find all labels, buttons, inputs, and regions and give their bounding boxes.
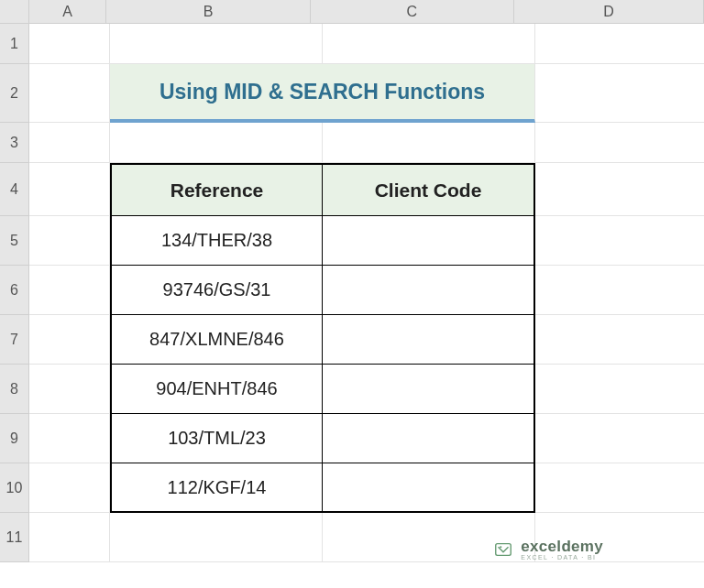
cell-A3[interactable]: [29, 123, 110, 163]
cell-A4[interactable]: [29, 163, 110, 216]
table-row-clientcode[interactable]: [323, 216, 535, 266]
row-header-1[interactable]: 1: [0, 24, 28, 64]
title-cell[interactable]: Using MID & SEARCH Functions: [110, 64, 535, 123]
cell-A11[interactable]: [29, 513, 110, 562]
cell-B1[interactable]: [110, 24, 323, 64]
row-header-2[interactable]: 2: [0, 64, 28, 123]
cell-D10[interactable]: [535, 463, 704, 513]
cell-A6[interactable]: [29, 266, 110, 315]
table-row-reference[interactable]: 93746/GS/31: [110, 266, 323, 315]
table-row-clientcode[interactable]: [323, 414, 535, 463]
table-row-reference[interactable]: 112/KGF/14: [110, 463, 323, 513]
cell-A9[interactable]: [29, 414, 110, 463]
row-header-9[interactable]: 9: [0, 414, 28, 463]
cell-D1[interactable]: [535, 24, 704, 64]
watermark: exceldemy EXCEL · DATA · BI: [493, 539, 603, 561]
cell-A1[interactable]: [29, 24, 110, 64]
col-header-d[interactable]: D: [514, 0, 704, 23]
grid-area: Using MID & SEARCH FunctionsReferenceCli…: [29, 24, 704, 588]
cell-D8[interactable]: [535, 365, 704, 414]
cell-D6[interactable]: [535, 266, 704, 315]
cell-A10[interactable]: [29, 463, 110, 513]
table-header-reference[interactable]: Reference: [110, 163, 323, 216]
cell-A7[interactable]: [29, 315, 110, 365]
row-header-4[interactable]: 4: [0, 163, 28, 216]
cell-D4[interactable]: [535, 163, 704, 216]
cell-C1[interactable]: [323, 24, 535, 64]
row-headers: 1234567891011: [0, 24, 29, 562]
svg-point-1: [500, 546, 501, 548]
table-row-reference[interactable]: 904/ENHT/846: [110, 365, 323, 414]
table-row-clientcode[interactable]: [323, 315, 535, 365]
cell-D7[interactable]: [535, 315, 704, 365]
cell-A5[interactable]: [29, 216, 110, 266]
cell-A2[interactable]: [29, 64, 110, 123]
table-row-reference[interactable]: 847/XLMNE/846: [110, 315, 323, 365]
table-row-clientcode[interactable]: [323, 365, 535, 414]
table-row-reference[interactable]: 103/TML/23: [110, 414, 323, 463]
spreadsheet: A B C D 1234567891011 Using MID & SEARCH…: [0, 0, 704, 588]
table-row-clientcode[interactable]: [323, 463, 535, 513]
col-header-b[interactable]: B: [106, 0, 310, 23]
row-header-5[interactable]: 5: [0, 216, 28, 266]
cell-B3[interactable]: [110, 123, 323, 163]
brand-icon: [493, 539, 513, 560]
row-header-10[interactable]: 10: [0, 463, 28, 513]
watermark-tagline: EXCEL · DATA · BI: [521, 554, 603, 561]
row-header-3[interactable]: 3: [0, 123, 28, 163]
row-header-11[interactable]: 11: [0, 513, 28, 562]
row-header-8[interactable]: 8: [0, 365, 28, 414]
column-headers: A B C D: [29, 0, 704, 24]
cell-B11[interactable]: [110, 513, 323, 562]
cell-D5[interactable]: [535, 216, 704, 266]
select-all-corner[interactable]: [0, 0, 29, 24]
table-row-clientcode[interactable]: [323, 266, 535, 315]
cell-D9[interactable]: [535, 414, 704, 463]
cell-D2[interactable]: [535, 64, 704, 123]
row-header-7[interactable]: 7: [0, 315, 28, 365]
watermark-brand: exceldemy: [521, 539, 603, 554]
table-header-clientcode[interactable]: Client Code: [323, 163, 535, 216]
svg-rect-0: [496, 544, 512, 556]
row-header-6[interactable]: 6: [0, 266, 28, 315]
cell-C3[interactable]: [323, 123, 535, 163]
table-row-reference[interactable]: 134/THER/38: [110, 216, 323, 266]
col-header-c[interactable]: C: [311, 0, 514, 23]
cell-D3[interactable]: [535, 123, 704, 163]
col-header-a[interactable]: A: [29, 0, 106, 23]
cell-A8[interactable]: [29, 365, 110, 414]
